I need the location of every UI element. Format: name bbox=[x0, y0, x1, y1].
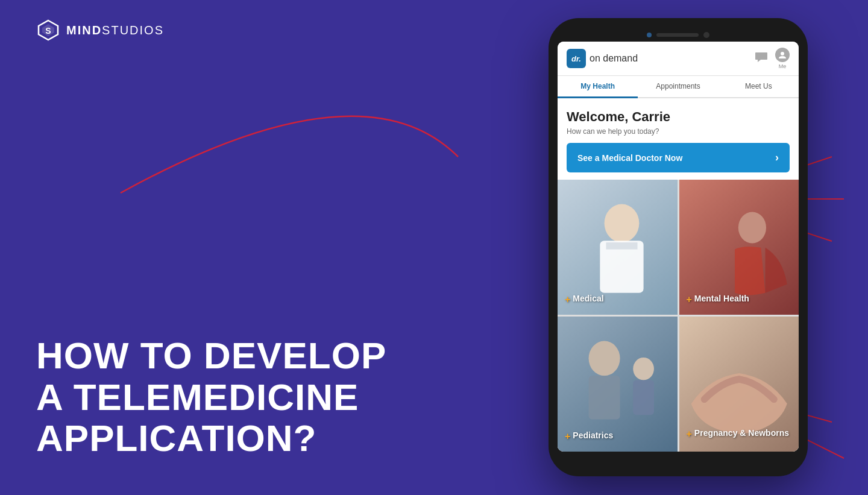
profile-button[interactable]: Me bbox=[775, 48, 790, 69]
phone-mockup: dr. on demand bbox=[549, 18, 808, 476]
headline-line2: A TELEMEDICINE bbox=[36, 377, 386, 418]
cta-arrow-icon: › bbox=[775, 151, 779, 164]
svg-text:S: S bbox=[45, 26, 51, 36]
profile-avatar bbox=[775, 48, 790, 62]
category-medical[interactable]: + Medical bbox=[558, 180, 678, 315]
svg-rect-14 bbox=[606, 242, 637, 250]
category-pediatrics[interactable]: + Pediatrics bbox=[558, 317, 678, 452]
app-content: Welcome, Carrie How can we help you toda… bbox=[558, 98, 799, 452]
app-header-icons: Me bbox=[755, 48, 790, 69]
svg-point-10 bbox=[781, 52, 784, 55]
phone-sensor-left bbox=[647, 33, 652, 37]
svg-rect-21 bbox=[633, 380, 654, 415]
category-medical-label: + Medical bbox=[565, 293, 604, 306]
cta-button[interactable]: See a Medical Doctor Now › bbox=[567, 143, 790, 172]
category-grid: + Medical bbox=[558, 180, 799, 452]
category-mental-health-label: + Mental Health bbox=[687, 293, 749, 306]
headline-line1: HOW TO DEVELOP bbox=[36, 335, 386, 376]
app-logo-icon: dr. bbox=[567, 49, 586, 68]
tab-appointments[interactable]: Appointments bbox=[638, 76, 718, 98]
profile-label: Me bbox=[779, 63, 787, 69]
welcome-title: Welcome, Carrie bbox=[567, 109, 790, 125]
logo-area: S MINDSTUDIOS bbox=[36, 18, 164, 42]
category-pediatrics-label: + Pediatrics bbox=[565, 430, 613, 443]
svg-point-18 bbox=[589, 341, 620, 376]
app-header: dr. on demand bbox=[558, 42, 799, 76]
app-logo-abbr: dr. bbox=[571, 54, 581, 63]
tab-my-health[interactable]: My Health bbox=[558, 76, 638, 98]
page-headline: HOW TO DEVELOP A TELEMEDICINE APPLICATIO… bbox=[36, 335, 386, 459]
phone-screen: dr. on demand bbox=[558, 42, 799, 452]
category-mental-health[interactable]: + Mental Health bbox=[679, 180, 799, 315]
phone-top-bar bbox=[558, 27, 799, 42]
welcome-subtitle: How can we help you today? bbox=[567, 127, 790, 136]
brand-name-bold: MIND bbox=[66, 24, 102, 37]
svg-point-16 bbox=[738, 212, 766, 243]
brand-name: MINDSTUDIOS bbox=[66, 24, 164, 37]
cta-label: See a Medical Doctor Now bbox=[577, 153, 682, 163]
message-icon[interactable] bbox=[755, 51, 768, 66]
app-nav: My Health Appointments Meet Us bbox=[558, 76, 799, 98]
phone-speaker bbox=[656, 33, 699, 37]
tab-meet-us[interactable]: Meet Us bbox=[719, 76, 799, 98]
category-pregnancy[interactable]: + Pregnancy & Newborns bbox=[679, 317, 799, 452]
svg-point-20 bbox=[633, 358, 654, 380]
brand-name-regular: STUDIOS bbox=[102, 24, 164, 37]
category-pregnancy-label: + Pregnancy & Newborns bbox=[687, 427, 790, 441]
welcome-section: Welcome, Carrie How can we help you toda… bbox=[558, 98, 799, 143]
svg-point-12 bbox=[605, 204, 640, 242]
svg-rect-19 bbox=[589, 376, 620, 419]
app-logo: dr. on demand bbox=[567, 49, 638, 68]
phone-camera bbox=[703, 32, 709, 38]
phone-frame: dr. on demand bbox=[549, 18, 808, 476]
app-logo-text: on demand bbox=[590, 53, 638, 64]
brand-logo-icon: S bbox=[36, 18, 60, 42]
headline-line3: APPLICATION? bbox=[36, 418, 386, 459]
